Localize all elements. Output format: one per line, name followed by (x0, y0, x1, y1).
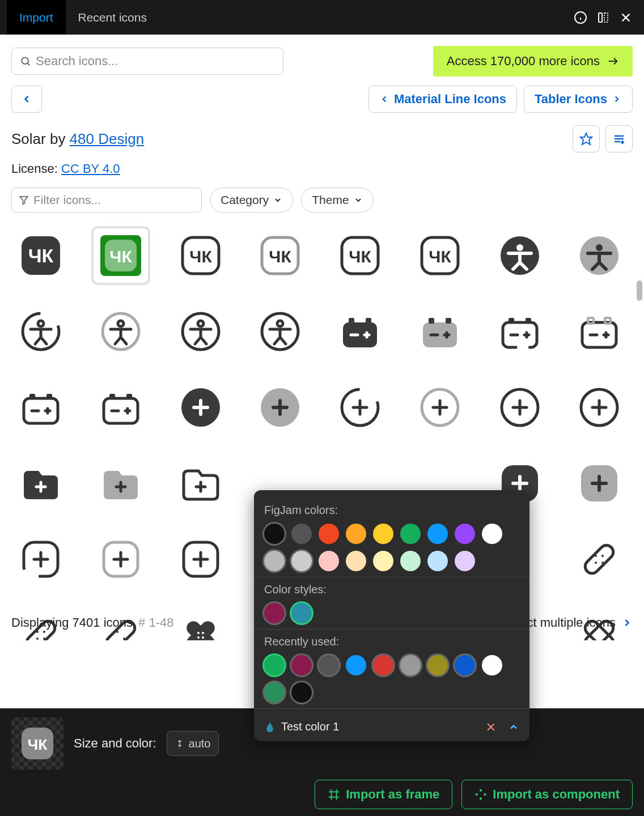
swatch[interactable] (373, 655, 393, 675)
swatch[interactable] (319, 655, 339, 675)
icon-accessibility-line[interactable] (173, 304, 228, 359)
test-color-label: Test color 1 (281, 720, 339, 733)
icon-battery-line[interactable] (14, 380, 68, 435)
swatch[interactable] (291, 655, 312, 675)
close-icon[interactable] (615, 6, 637, 29)
icon-accessibility-duo[interactable] (572, 228, 626, 283)
svg-line-8 (27, 63, 29, 65)
swatch[interactable] (264, 524, 285, 544)
import-frame-button[interactable]: Import as frame (315, 780, 452, 809)
svg-marker-16 (20, 197, 28, 205)
swatch[interactable] (482, 655, 502, 675)
svg-rect-49 (509, 318, 514, 324)
swatch[interactable] (455, 551, 475, 571)
layout-icon[interactable] (592, 6, 615, 29)
promo-banner[interactable]: Access 170,000 more icons (433, 46, 633, 76)
svg-point-87 (202, 636, 204, 639)
swatch[interactable] (346, 524, 366, 544)
icon-4k-bold[interactable]: ЧК (14, 228, 68, 283)
icon-battery-duo[interactable] (413, 304, 467, 359)
swatch[interactable] (291, 524, 312, 544)
theme-dropdown[interactable]: Theme (301, 188, 373, 212)
icon-4k-selected[interactable]: ЧК (94, 228, 148, 283)
svg-point-7 (22, 57, 28, 64)
list-add-button[interactable] (605, 125, 633, 152)
swatch[interactable] (455, 655, 475, 675)
icon-accessibility-line2[interactable] (253, 304, 307, 359)
tab-import[interactable]: Import (7, 0, 66, 35)
svg-text:ЧК: ЧК (28, 245, 54, 266)
search-input[interactable]: Search icons... (11, 48, 283, 75)
swatch[interactable] (264, 551, 285, 571)
component-icon (474, 788, 487, 801)
icon-add-sq-duo[interactable] (572, 456, 626, 511)
cp-title-styles: Color styles: (264, 583, 519, 596)
favorite-button[interactable] (573, 125, 600, 152)
next-set-button[interactable]: Tabler Icons (524, 86, 633, 113)
swatch[interactable] (427, 524, 448, 544)
swatch[interactable] (427, 551, 448, 571)
swatch[interactable] (400, 655, 421, 675)
icon-bandage-line[interactable] (572, 532, 626, 586)
icon-add-circle-bold[interactable] (173, 380, 228, 435)
category-dropdown[interactable]: Category (210, 188, 293, 212)
icon-add-sq-line[interactable] (173, 532, 228, 586)
back-button[interactable] (11, 86, 42, 113)
icon-4k-line[interactable]: ЧК (333, 228, 387, 283)
swatch[interactable] (264, 603, 285, 623)
icon-battery-broken[interactable] (493, 304, 547, 359)
tab-recent[interactable]: Recent icons (66, 0, 159, 35)
swatch[interactable] (264, 682, 285, 703)
icon-add-sq-broken[interactable] (14, 532, 68, 586)
svg-text:ЧК: ЧК (429, 247, 451, 266)
svg-point-80 (43, 631, 45, 633)
promo-label: Access 170,000 more icons (447, 54, 600, 69)
svg-point-78 (43, 638, 45, 640)
author-link[interactable]: 480 Design (70, 130, 145, 147)
swatch[interactable] (455, 524, 475, 544)
swatch[interactable] (346, 551, 366, 571)
swatch[interactable] (264, 655, 285, 675)
swatch[interactable] (291, 551, 312, 571)
icon-battery-bold[interactable] (333, 304, 387, 359)
icon-add-circle-line[interactable] (493, 380, 547, 435)
icon-accessibility-broken[interactable] (14, 304, 68, 359)
prev-set-button[interactable]: Material Line Icons (368, 86, 517, 113)
swatch[interactable] (373, 551, 393, 571)
chevron-up-icon[interactable] (508, 721, 519, 733)
info-icon[interactable] (569, 6, 592, 29)
swatch[interactable] (400, 551, 421, 571)
swatch[interactable] (427, 655, 448, 675)
swatch[interactable] (373, 524, 393, 544)
swatch[interactable] (482, 524, 502, 544)
swatch[interactable] (291, 682, 312, 703)
swatch-selected[interactable] (291, 603, 312, 623)
license-link[interactable]: CC BY 4.0 (61, 162, 120, 176)
svg-rect-48 (503, 322, 537, 347)
icon-battery-line2[interactable] (94, 380, 148, 435)
swatch[interactable] (319, 524, 339, 544)
swatch[interactable] (346, 655, 366, 675)
icon-4k-line2[interactable]: ЧК (413, 228, 467, 283)
icon-4k-outline[interactable]: ЧК (173, 228, 228, 283)
icon-add-sq-duoline[interactable] (94, 532, 148, 586)
clear-color-icon[interactable] (485, 721, 497, 733)
icon-4k-outline-dim[interactable]: ЧК (253, 228, 307, 283)
icon-folder-add-line[interactable] (173, 456, 228, 511)
swatch[interactable] (319, 551, 339, 571)
icon-accessibility-bold[interactable] (493, 228, 547, 283)
size-dropdown[interactable]: auto (167, 731, 219, 756)
import-component-button[interactable]: Import as component (461, 780, 633, 809)
icon-accessibility-duo2[interactable] (94, 304, 148, 359)
icon-folder-add-bold[interactable] (14, 456, 68, 511)
icon-add-circle-duo[interactable] (253, 380, 307, 435)
icon-battery-duoline[interactable] (572, 304, 626, 359)
swatch[interactable] (400, 524, 421, 544)
scrollbar-thumb[interactable] (637, 280, 642, 301)
icon-add-circle-broken[interactable] (333, 380, 387, 435)
chevron-right-icon[interactable] (621, 617, 633, 628)
icon-folder-add-duo[interactable] (94, 456, 148, 511)
filter-input[interactable]: Filter icons... (11, 188, 202, 212)
icon-add-circle-line2[interactable] (572, 380, 626, 435)
icon-add-circle-duoline[interactable] (413, 380, 467, 435)
